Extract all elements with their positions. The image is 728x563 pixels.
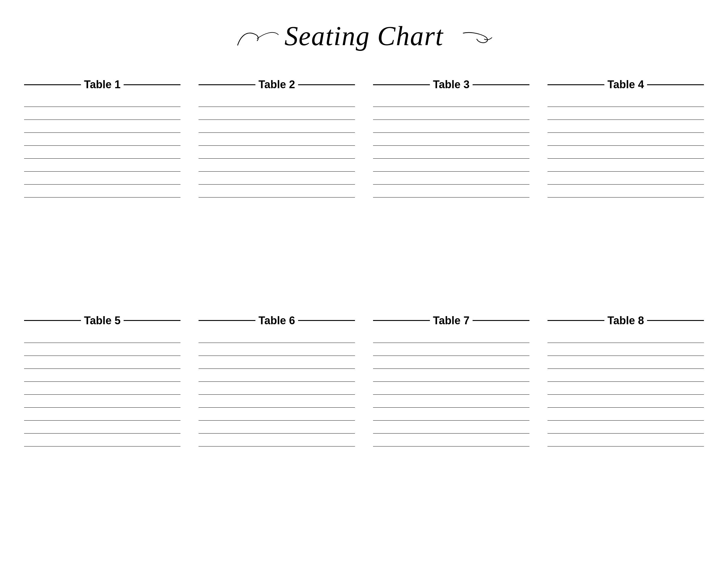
table-section-5: Table 5 <box>24 314 180 545</box>
seat-line-6-1 <box>199 343 355 343</box>
seat-lines-1 <box>24 94 180 296</box>
seat-lines-8 <box>548 330 704 545</box>
seat-line-1-2 <box>24 119 180 120</box>
title-area: Seating Chart <box>24 12 704 63</box>
table-section-7: Table 7 <box>373 314 529 545</box>
header-line-left-3 <box>373 84 430 85</box>
seat-line-3-3 <box>373 132 529 133</box>
seat-line-8-2 <box>548 356 704 356</box>
header-line-right-8 <box>647 320 704 321</box>
tables-grid: Table 1Table 2Table 3Table 4Table 5Table… <box>24 78 704 545</box>
seat-line-4-7 <box>548 184 704 184</box>
table-title-6: Table 6 <box>255 314 298 327</box>
seat-line-4-5 <box>548 158 704 159</box>
seat-lines-4 <box>548 94 704 296</box>
table-header-5: Table 5 <box>24 314 180 327</box>
table-title-4: Table 4 <box>604 78 647 91</box>
seat-line-2-7 <box>199 184 355 184</box>
seat-line-6-7 <box>199 420 355 421</box>
header-line-right-5 <box>124 320 180 321</box>
seat-line-5-9 <box>24 446 180 447</box>
seat-line-8-8 <box>548 433 704 434</box>
seat-line-8-6 <box>548 407 704 408</box>
seat-line-3-4 <box>373 145 529 146</box>
header-line-left-6 <box>199 320 255 321</box>
seat-line-4-4 <box>548 145 704 146</box>
seat-lines-7 <box>373 330 529 545</box>
seat-line-8-9 <box>548 446 704 447</box>
title-svg: Seating Chart <box>229 12 499 60</box>
seat-line-6-8 <box>199 433 355 434</box>
seat-line-5-7 <box>24 420 180 421</box>
seat-line-7-2 <box>373 356 529 356</box>
table-title-1: Table 1 <box>81 78 123 91</box>
page: Seating Chart Table 1Table 2Table 3Table… <box>0 0 728 563</box>
seat-line-5-6 <box>24 407 180 408</box>
seat-line-2-5 <box>199 158 355 159</box>
seat-line-6-6 <box>199 407 355 408</box>
table-header-8: Table 8 <box>548 314 704 327</box>
seat-line-5-2 <box>24 356 180 356</box>
header-line-left-5 <box>24 320 81 321</box>
table-section-3: Table 3 <box>373 78 529 296</box>
seat-line-1-7 <box>24 184 180 184</box>
seat-line-1-3 <box>24 132 180 133</box>
seat-line-2-6 <box>199 171 355 172</box>
table-section-1: Table 1 <box>24 78 180 296</box>
table-header-7: Table 7 <box>373 314 529 327</box>
table-header-1: Table 1 <box>24 78 180 91</box>
seat-lines-6 <box>199 330 355 545</box>
seat-line-2-3 <box>199 132 355 133</box>
seat-line-1-4 <box>24 145 180 146</box>
table-title-7: Table 7 <box>430 314 472 327</box>
seat-line-4-6 <box>548 171 704 172</box>
header-line-left-8 <box>548 320 604 321</box>
seat-line-8-7 <box>548 420 704 421</box>
seat-lines-3 <box>373 94 529 296</box>
seat-line-7-4 <box>373 382 529 382</box>
seat-line-3-6 <box>373 171 529 172</box>
seat-line-8-3 <box>548 369 704 369</box>
seat-line-4-2 <box>548 119 704 120</box>
header-line-left-4 <box>548 84 604 85</box>
seat-lines-2 <box>199 94 355 296</box>
seat-line-5-1 <box>24 343 180 343</box>
table-section-8: Table 8 <box>548 314 704 545</box>
seat-line-6-4 <box>199 382 355 382</box>
seat-line-7-6 <box>373 407 529 408</box>
header-line-left-2 <box>199 84 255 85</box>
table-section-4: Table 4 <box>548 78 704 296</box>
table-title-3: Table 3 <box>430 78 472 91</box>
header-line-right-7 <box>473 320 529 321</box>
table-section-2: Table 2 <box>199 78 355 296</box>
header-line-right-2 <box>298 84 355 85</box>
header-line-left-1 <box>24 84 81 85</box>
seat-line-8-1 <box>548 343 704 343</box>
header-line-right-1 <box>124 84 180 85</box>
seat-line-2-2 <box>199 119 355 120</box>
table-title-5: Table 5 <box>81 314 123 327</box>
seat-line-7-8 <box>373 433 529 434</box>
header-line-right-4 <box>647 84 704 85</box>
seat-line-2-4 <box>199 145 355 146</box>
seat-line-6-3 <box>199 369 355 369</box>
header-line-left-7 <box>373 320 430 321</box>
table-title-2: Table 2 <box>255 78 298 91</box>
seat-line-5-3 <box>24 369 180 369</box>
seat-line-4-3 <box>548 132 704 133</box>
seat-line-1-5 <box>24 158 180 159</box>
table-header-3: Table 3 <box>373 78 529 91</box>
header-line-right-3 <box>473 84 529 85</box>
seat-line-7-9 <box>373 446 529 447</box>
seat-line-3-8 <box>373 197 529 197</box>
seat-line-5-4 <box>24 382 180 382</box>
table-header-6: Table 6 <box>199 314 355 327</box>
header-line-right-6 <box>298 320 355 321</box>
seat-line-3-7 <box>373 184 529 184</box>
seat-line-1-8 <box>24 197 180 197</box>
svg-text:Seating Chart: Seating Chart <box>285 21 444 51</box>
seat-line-7-7 <box>373 420 529 421</box>
table-title-8: Table 8 <box>604 314 647 327</box>
seat-line-3-5 <box>373 158 529 159</box>
table-header-4: Table 4 <box>548 78 704 91</box>
